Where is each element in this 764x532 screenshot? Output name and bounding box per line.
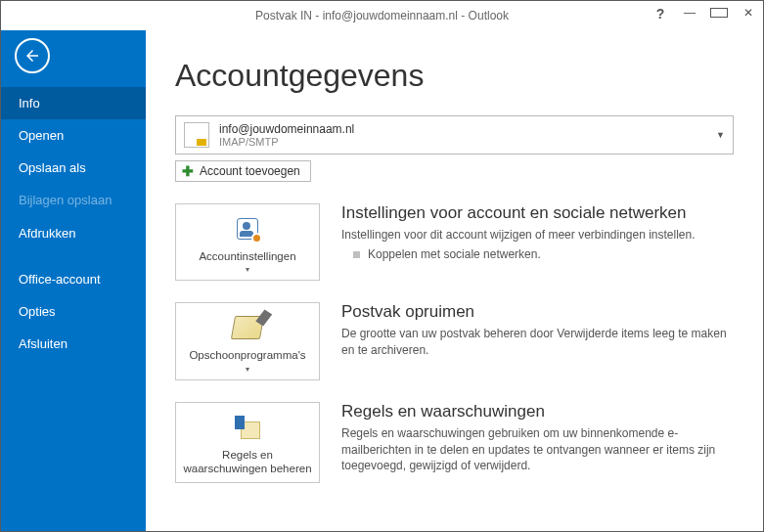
content-area: Accountgegevens info@jouwdomeinnaam.nl I…	[146, 30, 763, 531]
section-cleanup-title: Postvak opruimen	[341, 302, 734, 322]
plus-icon: ✚	[182, 164, 194, 178]
chevron-down-icon: ▾	[246, 265, 249, 274]
sidebar-item-info[interactable]: Info	[1, 87, 146, 119]
sidebar-item-options[interactable]: Opties	[1, 295, 146, 328]
tile-account-settings[interactable]: Accountinstellingen ▾	[175, 203, 320, 281]
restore-button[interactable]	[710, 6, 728, 22]
add-account-button[interactable]: ✚ Account toevoegen	[175, 160, 311, 182]
account-settings-icon	[230, 214, 265, 244]
section-account-settings: Accountinstellingen ▾ Instellingen voor …	[175, 203, 734, 281]
sidebar-item-exit[interactable]: Afsluiten	[1, 328, 146, 360]
chevron-down-icon: ▼	[716, 130, 725, 140]
sidebar-item-open[interactable]: Openen	[1, 119, 146, 152]
section-cleanup: Opschoonprogramma's ▾ Postvak opruimen D…	[175, 302, 734, 379]
titlebar: Postvak IN - info@jouwdomeinnaam.nl - Ou…	[1, 1, 763, 30]
page-title: Accountgegevens	[175, 58, 734, 94]
restore-icon	[710, 8, 728, 18]
section-cleanup-desc: De grootte van uw postvak beheren door V…	[341, 326, 734, 359]
account-protocol: IMAP/SMTP	[219, 136, 354, 148]
tile-cleanup-label: Opschoonprogramma's	[189, 348, 305, 362]
back-button[interactable]	[15, 38, 50, 73]
account-selector[interactable]: info@jouwdomeinnaam.nl IMAP/SMTP ▼	[175, 115, 734, 155]
chevron-down-icon: ▾	[246, 365, 249, 374]
add-account-label: Account toevoegen	[200, 164, 300, 178]
social-networks-label: Koppelen met sociale netwerken.	[368, 247, 541, 261]
sidebar-item-office-account[interactable]: Office-account	[1, 263, 146, 295]
minimize-button[interactable]: —	[681, 6, 698, 22]
section-rules-desc: Regels en waarschuwingen gebruiken om uw…	[341, 425, 734, 474]
help-button[interactable]: ?	[652, 6, 669, 22]
backstage-sidebar: Info Openen Opslaan als Bijlagen opslaan…	[1, 30, 146, 531]
tile-cleanup[interactable]: Opschoonprogramma's ▾	[175, 302, 320, 379]
bullet-icon	[353, 251, 360, 258]
section-settings-desc: Instellingen voor dit account wijzigen o…	[341, 227, 734, 244]
cleanup-icon	[230, 313, 265, 342]
section-settings-title: Instellingen voor account en sociale net…	[341, 203, 734, 223]
window-title: Postvak IN - info@jouwdomeinnaam.nl - Ou…	[255, 9, 509, 22]
back-arrow-icon	[23, 47, 41, 65]
tile-rules-label: Regels en waarschuwingen beheren	[182, 448, 313, 476]
sidebar-item-print[interactable]: Afdrukken	[1, 217, 146, 249]
account-email: info@jouwdomeinnaam.nl	[219, 122, 354, 136]
sidebar-item-save-as[interactable]: Opslaan als	[1, 152, 146, 184]
social-networks-link[interactable]: Koppelen met sociale netwerken.	[341, 247, 734, 261]
rules-icon	[230, 413, 265, 442]
tile-rules[interactable]: Regels en waarschuwingen beheren	[175, 402, 320, 483]
account-icon	[184, 122, 209, 148]
account-text: info@jouwdomeinnaam.nl IMAP/SMTP	[219, 122, 354, 148]
sidebar-item-save-attachments: Bijlagen opslaan	[1, 184, 146, 217]
window-controls: ? — ✕	[652, 6, 757, 22]
close-button[interactable]: ✕	[740, 6, 757, 22]
tile-account-settings-label: Accountinstellingen	[199, 249, 295, 263]
section-rules-title: Regels en waarschuwingen	[341, 402, 734, 421]
section-rules: Regels en waarschuwingen beheren Regels …	[175, 402, 734, 483]
